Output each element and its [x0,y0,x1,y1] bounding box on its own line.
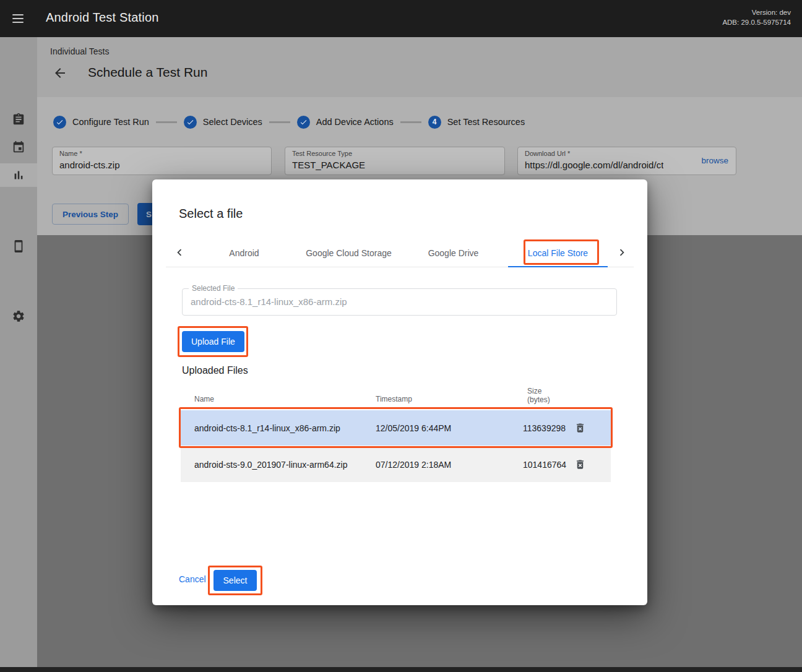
size-cell: 113639298 [523,423,570,433]
app-window: Android Test Station Version: dev ADB: 2… [0,0,802,672]
selected-file-value: android-cts-8.1_r14-linux_x86-arm.zip [191,296,347,307]
delete-file-button[interactable] [572,457,588,473]
delete-file-button[interactable] [572,420,588,436]
tab-google-drive[interactable]: Google Drive [401,238,506,267]
table-row[interactable]: android-cts-8.1_r14-linux_x86-arm.zip 12… [181,410,611,446]
timestamp-cell: 12/05/2019 6:44PM [376,423,451,433]
tab-local-file-store[interactable]: Local File Store [506,238,610,267]
chevron-right-icon [615,246,629,259]
column-header-name: Name [194,395,214,403]
column-header-size: Size (bytes) [527,387,550,404]
table-row[interactable]: android-sts-9.0_201907-linux-arm64.zip 0… [181,447,611,482]
file-source-tabs: Android Google Cloud Storage Google Driv… [192,238,610,267]
trash-icon [574,459,586,470]
table-header: Name Timestamp Size (bytes) [181,379,611,410]
size-cell: 101416764 [523,460,570,470]
uploaded-files-title: Uploaded Files [182,365,248,376]
file-picker-dialog: Select a file Android Google Cloud Stora… [152,179,647,605]
tab-google-cloud-storage[interactable]: Google Cloud Storage [296,238,401,267]
column-header-timestamp: Timestamp [376,395,412,403]
tabs-scroll-right-button[interactable] [615,246,629,259]
file-name-cell: android-sts-9.0_201907-linux-arm64.zip [194,460,347,470]
selected-file-label: Selected File [189,284,238,293]
select-button[interactable]: Select [213,570,257,591]
file-name-cell: android-cts-8.1_r14-linux_x86-arm.zip [194,423,340,433]
cancel-button[interactable]: Cancel [179,574,206,584]
uploaded-files-table: Name Timestamp Size (bytes) android-cts-… [181,379,611,483]
upload-file-button[interactable]: Upload File [182,331,244,352]
timestamp-cell: 07/12/2019 2:18AM [376,460,451,470]
tab-android[interactable]: Android [192,238,296,267]
chevron-left-icon [173,246,186,259]
dialog-title: Select a file [179,207,243,221]
file-source-tabbar: Android Google Cloud Storage Google Driv… [166,238,634,267]
tabs-scroll-left-button[interactable] [173,246,186,259]
selected-file-field[interactable]: Selected File android-cts-8.1_r14-linux_… [182,288,617,316]
trash-icon [574,422,586,434]
